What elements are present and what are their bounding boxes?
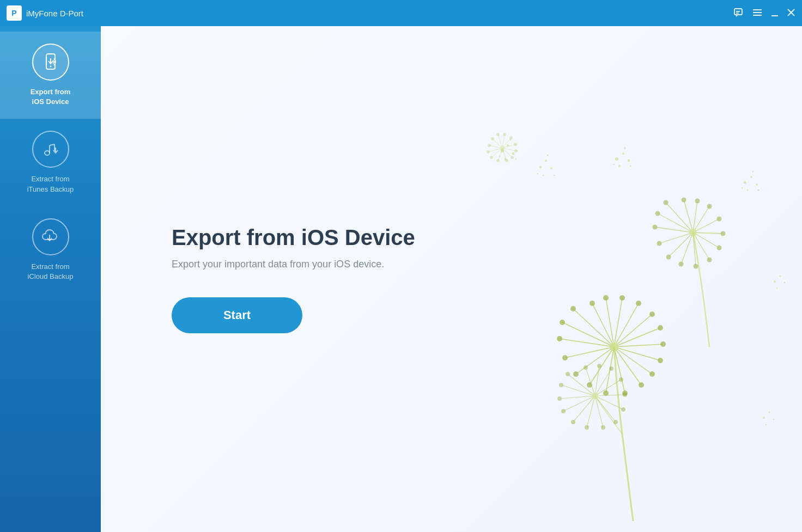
- svg-point-72: [571, 420, 575, 424]
- svg-line-55: [561, 385, 595, 396]
- svg-point-172: [500, 146, 505, 150]
- sidebar-item-extract-itunes[interactable]: Extract from iTunes Backup: [0, 119, 101, 206]
- svg-point-101: [666, 255, 671, 260]
- svg-point-115: [504, 158, 506, 160]
- svg-point-160: [491, 137, 494, 140]
- svg-point-43: [639, 382, 644, 388]
- svg-point-50: [619, 295, 625, 301]
- svg-point-166: [511, 156, 514, 159]
- svg-line-17: [573, 309, 614, 347]
- svg-point-163: [490, 156, 493, 159]
- svg-line-19: [560, 339, 614, 347]
- svg-line-58: [573, 396, 595, 422]
- extract-itunes-icon: [32, 131, 69, 168]
- svg-point-76: [621, 407, 625, 412]
- svg-line-20: [565, 347, 614, 358]
- chat-icon[interactable]: [733, 7, 744, 20]
- svg-line-24: [614, 347, 625, 393]
- svg-line-92: [693, 233, 723, 234]
- extract-icloud-icon: [32, 218, 69, 255]
- svg-line-31: [614, 303, 639, 347]
- svg-point-111: [689, 229, 697, 236]
- svg-point-147: [765, 424, 767, 426]
- title-bar-left: P iMyFone D-Port: [7, 5, 83, 21]
- svg-point-108: [707, 204, 712, 209]
- svg-point-35: [570, 306, 576, 311]
- svg-line-152: [498, 148, 502, 161]
- app-logo: P: [7, 5, 22, 21]
- svg-point-112: [501, 149, 504, 152]
- start-button[interactable]: Start: [172, 297, 302, 333]
- svg-point-49: [636, 301, 641, 306]
- svg-point-37: [557, 336, 562, 341]
- svg-line-66: [595, 366, 599, 396]
- svg-point-138: [742, 187, 743, 189]
- svg-point-145: [769, 412, 770, 413]
- svg-point-81: [584, 365, 588, 370]
- svg-line-95: [693, 201, 697, 233]
- svg-point-129: [618, 165, 621, 167]
- svg-point-39: [573, 371, 579, 377]
- svg-point-48: [649, 311, 655, 317]
- content-subtitle: Export your important data from your iOS…: [172, 259, 415, 270]
- svg-point-168: [514, 143, 517, 146]
- menu-icon[interactable]: [752, 7, 763, 20]
- svg-point-128: [628, 160, 630, 162]
- svg-point-161: [488, 144, 491, 147]
- svg-line-61: [595, 396, 616, 422]
- extract-icloud-label: Extract from iCloud Backup: [28, 262, 74, 282]
- svg-point-97: [664, 200, 669, 205]
- svg-line-54: [568, 374, 595, 396]
- export-ios-icon: [32, 44, 69, 81]
- svg-line-96: [684, 200, 693, 233]
- svg-line-18: [562, 322, 614, 347]
- svg-point-38: [562, 355, 568, 360]
- svg-line-148: [493, 139, 502, 148]
- svg-point-136: [747, 189, 749, 191]
- svg-line-83: [666, 203, 693, 233]
- content-title: Export from iOS Device: [172, 225, 415, 250]
- svg-line-67: [586, 368, 595, 396]
- svg-line-93: [693, 219, 719, 233]
- svg-line-154: [502, 148, 512, 157]
- svg-point-141: [780, 276, 781, 277]
- svg-point-77: [623, 393, 627, 397]
- sidebar-item-extract-icloud[interactable]: Extract from iCloud Backup: [0, 206, 101, 293]
- svg-point-146: [773, 419, 775, 420]
- svg-point-123: [554, 175, 555, 176]
- window-controls: [733, 7, 795, 20]
- svg-line-158: [502, 134, 505, 148]
- svg-point-104: [707, 258, 712, 262]
- svg-point-114: [512, 152, 515, 155]
- sidebar-item-export-ios[interactable]: Export from iOS Device: [0, 32, 101, 119]
- svg-point-133: [744, 181, 746, 184]
- svg-point-120: [545, 160, 547, 162]
- content-text-block: Export from iOS Device Export your impor…: [172, 225, 415, 333]
- svg-line-56: [560, 396, 595, 399]
- main-layout: Export from iOS Device Extract fro: [0, 26, 802, 532]
- svg-point-117: [499, 156, 501, 157]
- svg-line-64: [595, 380, 621, 396]
- svg-point-121: [550, 167, 552, 169]
- svg-point-171: [496, 133, 500, 136]
- close-icon[interactable]: [787, 8, 795, 19]
- svg-point-102: [679, 262, 684, 267]
- title-bar: P iMyFone D-Port: [0, 0, 802, 26]
- svg-line-86: [659, 233, 693, 243]
- svg-point-79: [609, 366, 613, 371]
- minimize-icon[interactable]: [770, 8, 779, 19]
- svg-point-99: [653, 225, 658, 230]
- app-title: iMyFone D-Port: [26, 9, 83, 18]
- svg-point-82: [592, 393, 598, 399]
- svg-line-149: [489, 145, 502, 148]
- svg-point-42: [622, 390, 628, 396]
- svg-line-30: [614, 314, 652, 347]
- svg-point-122: [543, 175, 544, 176]
- svg-point-113: [507, 144, 509, 146]
- svg-line-63: [595, 395, 625, 396]
- svg-point-41: [603, 390, 609, 396]
- svg-line-34: [592, 303, 614, 347]
- svg-point-116: [515, 158, 517, 160]
- svg-point-44: [649, 371, 655, 377]
- svg-point-165: [505, 159, 508, 162]
